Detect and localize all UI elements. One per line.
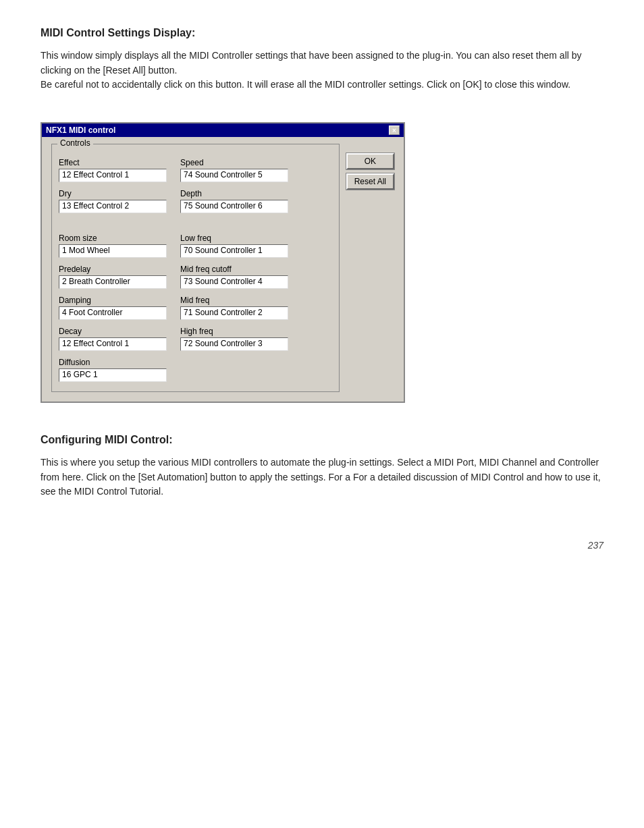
field-label-decay: Decay [59, 327, 167, 336]
dialog-wrapper: NFX1 MIDI control × Controls Effect 12 E… [41, 122, 405, 403]
section2-body: This is where you setup the various MIDI… [41, 456, 603, 499]
field-value-lowfreq: 70 Sound Controller 1 [180, 244, 288, 258]
field-value-depth: 75 Sound Controller 6 [180, 200, 288, 213]
field-label-dry: Dry [59, 189, 167, 198]
close-icon[interactable]: × [389, 126, 400, 135]
field-value-decay: 12 Effect Control 1 [59, 337, 167, 351]
page-number: 237 [41, 540, 603, 551]
field-value-highfreq: 72 Sound Controller 3 [180, 337, 288, 351]
field-label-damping: Damping [59, 296, 167, 305]
controls-group: Controls Effect 12 Effect Control 1 Dry … [51, 144, 340, 392]
field-value-effect: 12 Effect Control 1 [59, 169, 167, 182]
field-value-roomsize: 1 Mod Wheel [59, 244, 167, 258]
field-value-damping: 4 Foot Controller [59, 306, 167, 320]
field-label-effect: Effect [59, 158, 167, 167]
button-column: OK Reset All [346, 144, 394, 392]
dialog-body: Controls Effect 12 Effect Control 1 Dry … [42, 137, 404, 402]
field-value-midfreq: 71 Sound Controller 2 [180, 306, 288, 320]
controls-inner: Effect 12 Effect Control 1 Dry 13 Effect… [59, 151, 329, 382]
field-label-diffusion: Diffusion [59, 358, 167, 367]
spacer2 [180, 213, 288, 227]
section1-body: This window simply displays all the MIDI… [41, 49, 603, 92]
section1-title: MIDI Control Settings Display: [41, 27, 603, 39]
midi-control-dialog: NFX1 MIDI control × Controls Effect 12 E… [41, 122, 405, 403]
field-label-predelay: Predelay [59, 265, 167, 274]
field-label-midfreqcutoff: Mid freq cutoff [180, 265, 288, 274]
field-label-speed: Speed [180, 158, 288, 167]
field-value-speed: 74 Sound Controller 5 [180, 169, 288, 182]
dialog-title: NFX1 MIDI control [46, 126, 115, 135]
field-value-diffusion: 16 GPC 1 [59, 368, 167, 382]
field-label-midfreq: Mid freq [180, 296, 288, 305]
controls-legend: Controls [57, 138, 93, 148]
left-column: Effect 12 Effect Control 1 Dry 13 Effect… [59, 151, 167, 382]
section1: MIDI Control Settings Display: This wind… [41, 27, 603, 92]
field-value-dry: 13 Effect Control 2 [59, 200, 167, 213]
field-value-midfreqcutoff: 73 Sound Controller 4 [180, 275, 288, 289]
field-label-lowfreq: Low freq [180, 233, 288, 243]
spacer1 [59, 213, 167, 227]
field-label-highfreq: High freq [180, 327, 288, 336]
dialog-titlebar: NFX1 MIDI control × [42, 123, 404, 137]
reset-all-button[interactable]: Reset All [346, 173, 394, 190]
field-value-predelay: 2 Breath Controller [59, 275, 167, 289]
right-column: Speed 74 Sound Controller 5 Depth 75 Sou… [180, 151, 288, 382]
section2: Configuring MIDI Control: This is where … [41, 434, 603, 499]
section2-title: Configuring MIDI Control: [41, 434, 603, 446]
field-label-roomsize: Room size [59, 233, 167, 243]
field-label-depth: Depth [180, 189, 288, 198]
ok-button[interactable]: OK [346, 153, 394, 169]
